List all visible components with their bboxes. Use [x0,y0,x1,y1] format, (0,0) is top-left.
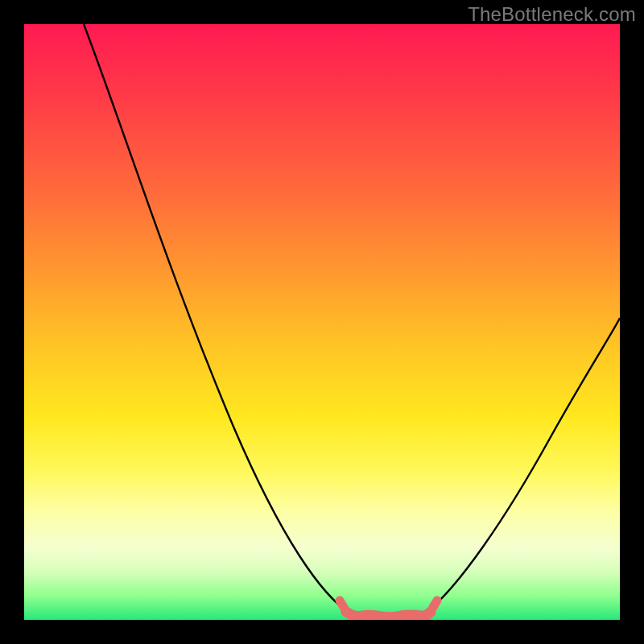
curve-left-branch [84,24,350,613]
curve-right-branch [425,318,620,613]
curve-knee-left-tip [340,601,346,612]
chart-frame: TheBottleneck.com [0,0,644,644]
curve-layer [24,24,620,620]
curve-knee-mark [346,612,431,617]
curve-knee-right-tip [431,601,437,612]
watermark-text: TheBottleneck.com [468,3,636,26]
plot-area [24,24,620,620]
